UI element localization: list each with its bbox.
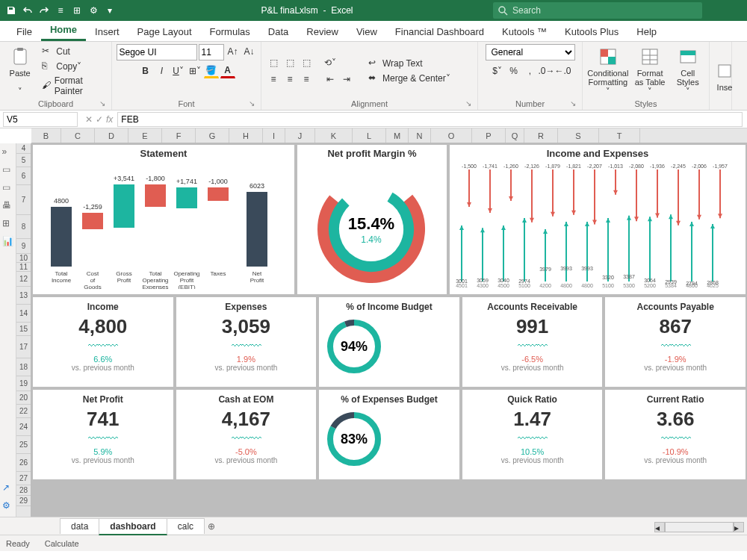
undo-icon[interactable]	[21, 4, 34, 17]
font-family-select[interactable]	[117, 44, 197, 60]
svg-text:4800: 4800	[560, 283, 572, 288]
tab-file[interactable]: File	[7, 22, 41, 41]
tab-home[interactable]: Home	[41, 19, 86, 41]
qat-more-icon[interactable]: ▾	[103, 4, 117, 17]
dec-decimal-icon[interactable]: ←.0	[556, 63, 571, 78]
sidebar-link-icon[interactable]: ↗	[2, 482, 14, 494]
kpi-current-ratio: Current Ratio 3.66 〰〰〰 -10.9% vs. previo…	[605, 390, 746, 479]
sidebar-icon-3[interactable]: 🖶	[2, 200, 14, 212]
tab-kutools-plus[interactable]: Kutools Plus	[556, 22, 627, 41]
search-input[interactable]: Search	[493, 2, 702, 19]
sheet-tab-data[interactable]: data	[60, 518, 99, 534]
bold-button[interactable]: B	[138, 63, 153, 78]
svg-text:Profit: Profit	[180, 277, 194, 284]
number-format-select[interactable]: General	[486, 44, 575, 60]
tab-kutools-™[interactable]: Kutools ™	[493, 22, 556, 41]
border-button[interactable]: ⊞˅	[187, 63, 202, 78]
svg-text:3059: 3059	[477, 278, 489, 283]
grow-font-icon[interactable]: A↑	[226, 44, 241, 59]
tab-review[interactable]: Review	[297, 22, 347, 41]
sheet-area[interactable]: Statement 4800 -1,259 +3,541 -1,800 +1,7…	[31, 143, 747, 517]
number-launcher[interactable]: ↘	[568, 99, 577, 108]
redo-icon[interactable]	[37, 4, 51, 17]
tab-page-layout[interactable]: Page Layout	[128, 22, 201, 41]
underline-button[interactable]: U˅	[171, 63, 186, 78]
cut-button[interactable]: ✂Cut	[40, 45, 107, 58]
save-icon[interactable]	[4, 4, 18, 17]
comma-icon[interactable]: ,	[523, 63, 538, 78]
tab-help[interactable]: Help	[627, 22, 666, 41]
svg-text:4200: 4200	[539, 283, 551, 288]
align-top-icon[interactable]: ⬚	[266, 55, 281, 70]
align-right-icon[interactable]: ≡	[299, 72, 314, 87]
tab-view[interactable]: View	[347, 22, 386, 41]
wrap-text-button[interactable]: ↩Wrap Text	[366, 57, 453, 70]
sheet-tab-calc[interactable]: calc	[167, 518, 205, 534]
sidebar-icon-5[interactable]: 📊	[2, 236, 14, 248]
format-as-table-button[interactable]: Format as Table ˅	[633, 46, 667, 96]
inc-decimal-icon[interactable]: .0→	[539, 63, 554, 78]
font-launcher[interactable]: ↘	[247, 99, 256, 108]
formula-bar[interactable]	[117, 112, 743, 127]
fx-icon[interactable]: fx	[106, 114, 113, 125]
insert-button[interactable]: Inse	[714, 60, 735, 92]
tab-data[interactable]: Data	[259, 22, 297, 41]
scroll-left-icon[interactable]: ◂	[654, 522, 665, 532]
svg-rect-13	[719, 65, 731, 77]
italic-button[interactable]: I	[155, 63, 170, 78]
svg-marker-94	[592, 220, 597, 225]
sidebar-icon-2[interactable]: ▭	[2, 182, 14, 194]
svg-text:Net: Net	[252, 270, 262, 277]
sidebar-gear-icon[interactable]: ⚙	[2, 500, 14, 512]
clipboard-launcher[interactable]: ↘	[98, 99, 107, 108]
copy-button[interactable]: ⎘Copy ˅	[40, 60, 107, 73]
name-box[interactable]	[3, 112, 78, 127]
qat-icon-2[interactable]: ⊞	[70, 4, 84, 17]
tab-formulas[interactable]: Formulas	[201, 22, 259, 41]
shrink-font-icon[interactable]: A↓	[242, 44, 257, 59]
conditional-formatting-button[interactable]: Conditional Formatting ˅	[587, 46, 629, 96]
indent-inc-icon[interactable]: ⇥	[339, 72, 354, 87]
svg-marker-101	[613, 190, 618, 195]
cell-styles-button[interactable]: Cell Styles ˅	[671, 46, 704, 96]
paste-button[interactable]: Paste˅	[4, 46, 35, 96]
horizontal-scrollbar[interactable]: ◂ ▸	[654, 521, 744, 533]
svg-text:-2,245: -2,245	[671, 164, 686, 169]
align-center-icon[interactable]: ≡	[282, 72, 297, 87]
currency-icon[interactable]: $˅	[490, 63, 505, 78]
svg-text:Operating: Operating	[142, 277, 168, 284]
svg-text:-1,013: -1,013	[608, 164, 623, 169]
cancel-formula-icon[interactable]: ✕	[85, 114, 93, 125]
align-left-icon[interactable]: ≡	[266, 72, 281, 87]
qat-icon-1[interactable]: ≡	[54, 4, 67, 17]
merge-center-button[interactable]: ⬌Merge & Center ˅	[366, 72, 453, 85]
sidebar-expand-icon[interactable]: »	[2, 146, 14, 158]
sidebar-icon-1[interactable]: ▭	[2, 164, 14, 176]
scroll-right-icon[interactable]: ▸	[734, 522, 744, 532]
format-painter-button[interactable]: 🖌Format Painter	[40, 75, 107, 97]
svg-marker-104	[627, 216, 631, 220]
sheet-tab-dashboard[interactable]: dashboard	[99, 518, 167, 535]
row-headers[interactable]: 4567891011121314151718192022242526272829	[16, 143, 31, 517]
font-size-select[interactable]	[199, 44, 224, 60]
tab-insert[interactable]: Insert	[86, 22, 128, 41]
qat-icon-3[interactable]: ⚙	[87, 4, 100, 17]
alignment-launcher[interactable]: ↘	[464, 99, 473, 108]
chart-title: Statement	[36, 148, 291, 159]
svg-text:5384: 5384	[665, 283, 677, 288]
svg-text:(EBIT): (EBIT)	[178, 284, 195, 289]
enter-formula-icon[interactable]: ✓	[96, 114, 103, 125]
fill-color-button[interactable]: 🪣	[204, 63, 219, 78]
add-sheet-button[interactable]: ⊕	[204, 521, 219, 532]
svg-text:3320: 3320	[602, 275, 614, 280]
tab-financial-dashboard[interactable]: Financial Dashboard	[386, 22, 493, 41]
column-headers[interactable]: BCDEFGHIJKLMNOPQRST	[31, 128, 747, 143]
orientation-icon[interactable]: ⟲˅	[323, 55, 338, 70]
indent-dec-icon[interactable]: ⇤	[323, 72, 338, 87]
align-middle-icon[interactable]: ⬚	[282, 55, 297, 70]
svg-text:-2,080: -2,080	[629, 164, 644, 169]
sidebar-icon-4[interactable]: ⊞	[2, 218, 14, 230]
percent-icon[interactable]: %	[506, 63, 521, 78]
font-color-button[interactable]: A	[220, 63, 235, 78]
align-bottom-icon[interactable]: ⬚	[299, 55, 314, 70]
